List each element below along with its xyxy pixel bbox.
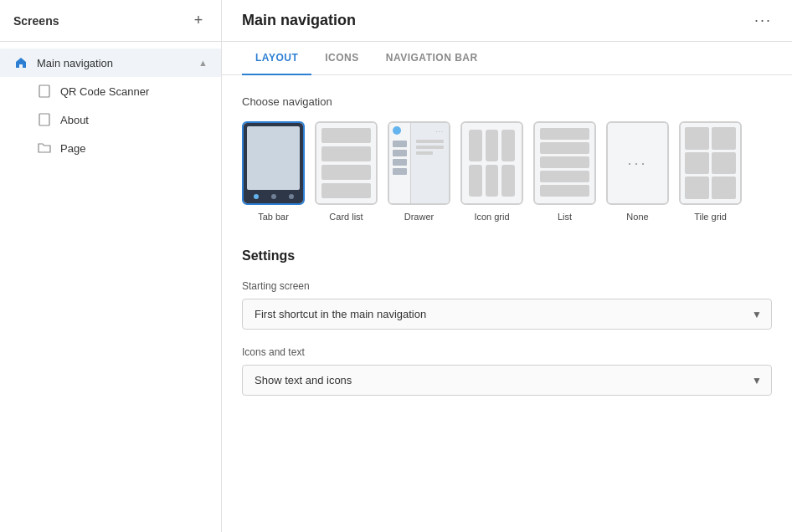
main-content: Main navigation ··· LAYOUT ICONS NAVIGAT… (222, 0, 792, 532)
starting-screen-select[interactable]: First shortcut in the main navigation La… (242, 299, 772, 330)
layout-content: Choose navigation Tab bar (222, 75, 792, 532)
sidebar-item-label-qr: QR Code Scanner (60, 85, 149, 98)
tab-bar-label: Tab bar (258, 212, 289, 222)
none-label: None (626, 212, 648, 222)
icon-grid-preview (460, 121, 523, 205)
icons-and-text-label: Icons and text (242, 346, 772, 358)
icons-and-text-field: Icons and text Show text and icons Show … (242, 346, 772, 396)
tile-grid-label: Tile grid (694, 212, 727, 222)
nav-option-card-list[interactable]: Card list (315, 121, 378, 222)
nav-option-drawer[interactable]: ··· Drawer (388, 121, 450, 222)
tab-navigation-bar[interactable]: NAVIGATION BAR (373, 42, 491, 75)
sidebar-item-about[interactable]: About (0, 105, 221, 134)
tabs-bar: LAYOUT ICONS NAVIGATION BAR (222, 42, 792, 75)
folder-icon (37, 141, 52, 156)
choose-navigation-label: Choose navigation (242, 95, 772, 108)
page-icon-about (37, 112, 52, 127)
icons-and-text-select-wrapper: Show text and icons Show icons only Show… (242, 365, 772, 396)
main-header: Main navigation ··· (222, 0, 792, 42)
icons-and-text-select[interactable]: Show text and icons Show icons only Show… (242, 365, 772, 396)
svg-rect-0 (39, 85, 49, 97)
chevron-up-icon: ▲ (198, 58, 208, 68)
page-icon-qr (37, 84, 52, 99)
sidebar-item-label-page: Page (60, 142, 85, 155)
sidebar-item-qr-code-scanner[interactable]: QR Code Scanner (0, 77, 221, 105)
starting-screen-select-wrapper: First shortcut in the main navigation La… (242, 299, 772, 330)
drawer-preview: ··· (388, 121, 450, 205)
sidebar-items-list: Main navigation ▲ QR Code Scanner About (0, 42, 221, 169)
none-preview: ··· (606, 121, 669, 205)
nav-options-grid: Tab bar Card list (242, 121, 772, 222)
page-title: Main navigation (242, 12, 356, 29)
nav-option-icon-grid[interactable]: Icon grid (460, 121, 523, 222)
more-options-button[interactable]: ··· (754, 12, 772, 29)
sidebar-title: Screens (13, 14, 59, 28)
starting-screen-label: Starting screen (242, 280, 772, 292)
nav-option-none[interactable]: ··· None (606, 121, 669, 222)
sidebar-item-page[interactable]: Page (0, 134, 221, 162)
drawer-label: Drawer (404, 212, 434, 222)
settings-title: Settings (242, 248, 772, 263)
sidebar-item-label-about: About (60, 114, 89, 126)
none-dots-icon: ··· (627, 155, 647, 172)
nav-option-tab-bar[interactable]: Tab bar (242, 121, 305, 222)
list-preview (533, 121, 596, 205)
tab-layout[interactable]: LAYOUT (242, 42, 311, 75)
list-label: List (558, 212, 572, 222)
starting-screen-field: Starting screen First shortcut in the ma… (242, 280, 772, 330)
tab-bar-preview (242, 121, 305, 205)
sidebar-item-main-navigation[interactable]: Main navigation ▲ (0, 49, 221, 77)
tile-grid-preview (679, 121, 742, 205)
home-icon (13, 55, 28, 70)
tab-icons[interactable]: ICONS (311, 42, 373, 75)
card-list-label: Card list (329, 212, 363, 222)
sidebar-item-label-main-navigation: Main navigation (37, 57, 113, 69)
sidebar-header: Screens + (0, 0, 221, 42)
add-screen-button[interactable]: + (189, 12, 208, 30)
sidebar: Screens + Main navigation ▲ QR Code Scan… (0, 0, 222, 532)
card-list-preview (315, 121, 378, 205)
nav-option-list[interactable]: List (533, 121, 596, 222)
nav-option-tile-grid[interactable]: Tile grid (679, 121, 742, 222)
svg-rect-1 (39, 114, 49, 125)
icon-grid-label: Icon grid (474, 212, 509, 222)
